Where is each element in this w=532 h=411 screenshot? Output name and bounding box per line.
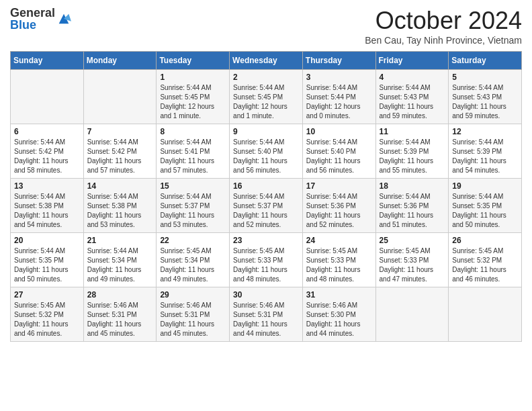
calendar-cell: 13Sunrise: 5:44 AM Sunset: 5:38 PM Dayli… — [11, 179, 84, 233]
day-number: 3 — [306, 73, 372, 82]
calendar-cell: 21Sunrise: 5:44 AM Sunset: 5:34 PM Dayli… — [83, 233, 157, 287]
cell-content: Sunrise: 5:44 AM Sunset: 5:39 PM Dayligh… — [380, 138, 445, 175]
header: General Blue October 2024 Ben Cau, Tay N… — [10, 7, 522, 46]
day-number: 2 — [233, 73, 299, 82]
cell-content: Sunrise: 5:44 AM Sunset: 5:37 PM Dayligh… — [233, 192, 299, 230]
calendar-cell: 22Sunrise: 5:45 AM Sunset: 5:34 PM Dayli… — [157, 233, 230, 287]
logo-icon — [56, 11, 71, 26]
day-number: 13 — [14, 181, 80, 191]
cell-content: Sunrise: 5:46 AM Sunset: 5:31 PM Dayligh… — [233, 301, 299, 338]
day-number: 16 — [233, 181, 299, 191]
calendar-cell: 26Sunrise: 5:45 AM Sunset: 5:32 PM Dayli… — [449, 233, 522, 287]
cell-content: Sunrise: 5:45 AM Sunset: 5:33 PM Dayligh… — [306, 246, 372, 284]
cell-content: Sunrise: 5:46 AM Sunset: 5:31 PM Dayligh… — [87, 301, 153, 338]
cell-content: Sunrise: 5:44 AM Sunset: 5:43 PM Dayligh… — [380, 83, 445, 121]
calendar-cell — [11, 70, 84, 124]
calendar-cell: 17Sunrise: 5:44 AM Sunset: 5:36 PM Dayli… — [302, 179, 375, 233]
day-number: 27 — [14, 290, 80, 300]
day-number: 5 — [452, 73, 518, 82]
calendar-week-1: 1Sunrise: 5:44 AM Sunset: 5:45 PM Daylig… — [11, 70, 522, 124]
calendar-cell: 6Sunrise: 5:44 AM Sunset: 5:42 PM Daylig… — [11, 124, 84, 179]
calendar-cell: 23Sunrise: 5:45 AM Sunset: 5:33 PM Dayli… — [230, 233, 303, 287]
day-number: 4 — [380, 73, 445, 82]
cell-content: Sunrise: 5:44 AM Sunset: 5:36 PM Dayligh… — [380, 192, 445, 230]
cell-content: Sunrise: 5:46 AM Sunset: 5:30 PM Dayligh… — [306, 301, 372, 338]
day-header-sunday: Sunday — [11, 52, 84, 70]
cell-content: Sunrise: 5:45 AM Sunset: 5:34 PM Dayligh… — [160, 246, 226, 284]
cell-content: Sunrise: 5:44 AM Sunset: 5:42 PM Dayligh… — [87, 138, 153, 175]
calendar-cell: 14Sunrise: 5:44 AM Sunset: 5:38 PM Dayli… — [83, 179, 157, 233]
calendar-cell: 5Sunrise: 5:44 AM Sunset: 5:43 PM Daylig… — [449, 70, 522, 124]
calendar-cell: 29Sunrise: 5:46 AM Sunset: 5:31 PM Dayli… — [157, 287, 230, 342]
day-number: 31 — [306, 290, 372, 300]
calendar-cell: 8Sunrise: 5:44 AM Sunset: 5:41 PM Daylig… — [157, 124, 230, 179]
day-number: 18 — [380, 181, 445, 191]
calendar-cell: 27Sunrise: 5:45 AM Sunset: 5:32 PM Dayli… — [11, 287, 84, 342]
day-number: 11 — [380, 127, 445, 136]
cell-content: Sunrise: 5:44 AM Sunset: 5:40 PM Dayligh… — [306, 138, 372, 175]
cell-content: Sunrise: 5:44 AM Sunset: 5:34 PM Dayligh… — [87, 246, 153, 284]
day-number: 20 — [14, 236, 80, 245]
cell-content: Sunrise: 5:45 AM Sunset: 5:33 PM Dayligh… — [233, 246, 299, 284]
calendar-cell: 4Sunrise: 5:44 AM Sunset: 5:43 PM Daylig… — [375, 70, 449, 124]
day-header-thursday: Thursday — [302, 52, 375, 70]
calendar-cell: 30Sunrise: 5:46 AM Sunset: 5:31 PM Dayli… — [230, 287, 303, 342]
cell-content: Sunrise: 5:44 AM Sunset: 5:35 PM Dayligh… — [452, 192, 518, 230]
cell-content: Sunrise: 5:45 AM Sunset: 5:32 PM Dayligh… — [14, 301, 80, 338]
cell-content: Sunrise: 5:44 AM Sunset: 5:45 PM Dayligh… — [233, 83, 299, 121]
calendar-cell — [449, 287, 522, 342]
calendar-cell: 20Sunrise: 5:44 AM Sunset: 5:35 PM Dayli… — [11, 233, 84, 287]
day-number: 8 — [160, 127, 226, 136]
calendar-cell: 1Sunrise: 5:44 AM Sunset: 5:45 PM Daylig… — [157, 70, 230, 124]
day-number: 9 — [233, 127, 299, 136]
cell-content: Sunrise: 5:44 AM Sunset: 5:40 PM Dayligh… — [233, 138, 299, 175]
cell-content: Sunrise: 5:44 AM Sunset: 5:41 PM Dayligh… — [160, 138, 226, 175]
cell-content: Sunrise: 5:44 AM Sunset: 5:37 PM Dayligh… — [160, 192, 226, 230]
cell-content: Sunrise: 5:44 AM Sunset: 5:36 PM Dayligh… — [306, 192, 372, 230]
day-header-wednesday: Wednesday — [230, 52, 303, 70]
calendar-week-2: 6Sunrise: 5:44 AM Sunset: 5:42 PM Daylig… — [11, 124, 522, 179]
calendar-week-4: 20Sunrise: 5:44 AM Sunset: 5:35 PM Dayli… — [11, 233, 522, 287]
day-number: 1 — [160, 73, 226, 82]
calendar-cell: 2Sunrise: 5:44 AM Sunset: 5:45 PM Daylig… — [230, 70, 303, 124]
calendar-header-row: SundayMondayTuesdayWednesdayThursdayFrid… — [11, 52, 522, 70]
calendar-cell: 7Sunrise: 5:44 AM Sunset: 5:42 PM Daylig… — [83, 124, 157, 179]
day-number: 30 — [233, 290, 299, 300]
month-title: October 2024 — [365, 7, 522, 35]
cell-content: Sunrise: 5:45 AM Sunset: 5:32 PM Dayligh… — [452, 246, 518, 284]
calendar-week-5: 27Sunrise: 5:45 AM Sunset: 5:32 PM Dayli… — [11, 287, 522, 342]
cell-content: Sunrise: 5:44 AM Sunset: 5:43 PM Dayligh… — [452, 83, 518, 121]
title-block: October 2024 Ben Cau, Tay Ninh Province,… — [365, 7, 522, 46]
calendar-cell: 10Sunrise: 5:44 AM Sunset: 5:40 PM Dayli… — [302, 124, 375, 179]
day-number: 14 — [87, 181, 153, 191]
day-header-monday: Monday — [83, 52, 157, 70]
day-number: 17 — [306, 181, 372, 191]
cell-content: Sunrise: 5:44 AM Sunset: 5:38 PM Dayligh… — [14, 192, 80, 230]
calendar-cell: 19Sunrise: 5:44 AM Sunset: 5:35 PM Dayli… — [449, 179, 522, 233]
calendar-cell: 12Sunrise: 5:44 AM Sunset: 5:39 PM Dayli… — [449, 124, 522, 179]
day-number: 25 — [380, 236, 445, 245]
day-number: 10 — [306, 127, 372, 136]
cell-content: Sunrise: 5:44 AM Sunset: 5:44 PM Dayligh… — [306, 83, 372, 121]
calendar-cell: 9Sunrise: 5:44 AM Sunset: 5:40 PM Daylig… — [230, 124, 303, 179]
calendar-cell: 15Sunrise: 5:44 AM Sunset: 5:37 PM Dayli… — [157, 179, 230, 233]
logo-blue: Blue — [10, 19, 55, 31]
calendar-cell: 28Sunrise: 5:46 AM Sunset: 5:31 PM Dayli… — [83, 287, 157, 342]
day-number: 6 — [14, 127, 80, 136]
calendar-cell: 3Sunrise: 5:44 AM Sunset: 5:44 PM Daylig… — [302, 70, 375, 124]
day-number: 7 — [87, 127, 153, 136]
day-number: 26 — [452, 236, 518, 245]
day-number: 21 — [87, 236, 153, 245]
calendar-cell: 24Sunrise: 5:45 AM Sunset: 5:33 PM Dayli… — [302, 233, 375, 287]
day-header-friday: Friday — [375, 52, 449, 70]
calendar-cell: 16Sunrise: 5:44 AM Sunset: 5:37 PM Dayli… — [230, 179, 303, 233]
day-header-saturday: Saturday — [449, 52, 522, 70]
logo: General Blue — [10, 7, 71, 31]
cell-content: Sunrise: 5:44 AM Sunset: 5:35 PM Dayligh… — [14, 246, 80, 284]
calendar-cell — [83, 70, 157, 124]
calendar-table: SundayMondayTuesdayWednesdayThursdayFrid… — [10, 51, 522, 342]
cell-content: Sunrise: 5:45 AM Sunset: 5:33 PM Dayligh… — [380, 246, 445, 284]
calendar-cell: 31Sunrise: 5:46 AM Sunset: 5:30 PM Dayli… — [302, 287, 375, 342]
calendar-cell — [375, 287, 449, 342]
day-header-tuesday: Tuesday — [157, 52, 230, 70]
